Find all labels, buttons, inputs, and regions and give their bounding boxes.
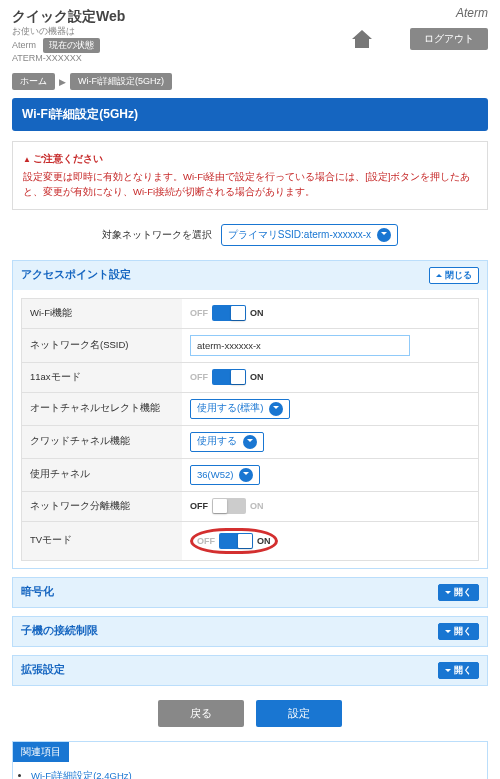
section-access-point: アクセスポイント設定 閉じる Wi-Fi機能 OFF ON ネットワーク名(SS… [12,260,488,569]
row-11ax: 11axモード OFF ON [21,362,479,393]
row-wifi: Wi-Fi機能 OFF ON [21,298,479,329]
expand-button[interactable]: 開く [438,584,479,601]
related-links: 関連項目 Wi-Fi詳細設定(2.4GHz) [12,741,488,779]
highlight-circle: OFF ON [190,528,278,554]
row-tv-mode: TVモード OFF ON [21,521,479,561]
channel-select[interactable]: 36(W52) [190,465,260,485]
expand-button[interactable]: 開く [438,623,479,640]
related-link-24ghz[interactable]: Wi-Fi詳細設定(2.4GHz) [31,770,132,779]
brand-logo: Aterm [456,6,488,20]
header-actions: ログアウト [352,28,488,50]
row-ssid: ネットワーク名(SSID) [21,328,479,363]
app-title: クイック設定Web [12,8,488,26]
section-client-limit: 子機の接続制限 開く [12,616,488,647]
submit-button[interactable]: 設定 [256,700,342,727]
section-header-ap: アクセスポイント設定 閉じる [13,261,487,290]
action-buttons: 戻る 設定 [12,700,488,727]
chevron-down-icon [239,468,253,482]
wifi-toggle[interactable]: OFF ON [190,305,264,321]
warning-box: ご注意ください 設定変更は即時に有効となります。Wi-Fi経由で設定を行っている… [12,141,488,210]
home-icon[interactable] [352,30,372,48]
warning-title: ご注意ください [23,152,477,166]
header: クイック設定Web お使いの機器は Aterm 現在の状態 ATERM-XXXX… [0,0,500,69]
section-extended: 拡張設定 開く [12,655,488,686]
breadcrumb-current: Wi-Fi詳細設定(5GHz) [70,73,172,90]
back-button[interactable]: 戻る [158,700,244,727]
page-title: Wi-Fi詳細設定(5GHz) [12,98,488,131]
chevron-down-icon [243,435,257,449]
network-select-label: 対象ネットワークを選択 [102,229,212,240]
chevron-down-icon [377,228,391,242]
related-title: 関連項目 [13,742,69,762]
breadcrumb: ホーム ▶ Wi-Fi詳細設定(5GHz) [0,69,500,98]
network-select-row: 対象ネットワークを選択 プライマリSSID:aterm-xxxxxx-x [12,224,488,246]
row-auto-channel: オートチャネルセレクト機能 使用する(標準) [21,392,479,426]
collapse-button[interactable]: 閉じる [429,267,479,284]
logout-button[interactable]: ログアウト [410,28,488,50]
tv-mode-toggle[interactable]: OFF ON [197,533,271,549]
network-select-dropdown[interactable]: プライマリSSID:aterm-xxxxxx-x [221,224,398,246]
expand-button[interactable]: 開く [438,662,479,679]
breadcrumb-home[interactable]: ホーム [12,73,55,90]
chevron-right-icon: ▶ [59,77,66,87]
warning-text: 設定変更は即時に有効となります。Wi-Fi経由で設定を行っている場合には、[設定… [23,170,477,199]
row-channel: 使用チャネル 36(W52) [21,458,479,492]
row-quad-channel: クワッドチャネル機能 使用する [21,425,479,459]
auto-channel-select[interactable]: 使用する(標準) [190,399,290,419]
row-isolation: ネットワーク分離機能 OFF ON [21,491,479,522]
isolation-toggle[interactable]: OFF ON [190,498,264,514]
section-encryption: 暗号化 開く [12,577,488,608]
ssid-input[interactable] [190,335,410,356]
status-button[interactable]: 現在の状態 [43,38,100,54]
quad-channel-select[interactable]: 使用する [190,432,264,452]
ax-toggle[interactable]: OFF ON [190,369,264,385]
chevron-down-icon [269,402,283,416]
